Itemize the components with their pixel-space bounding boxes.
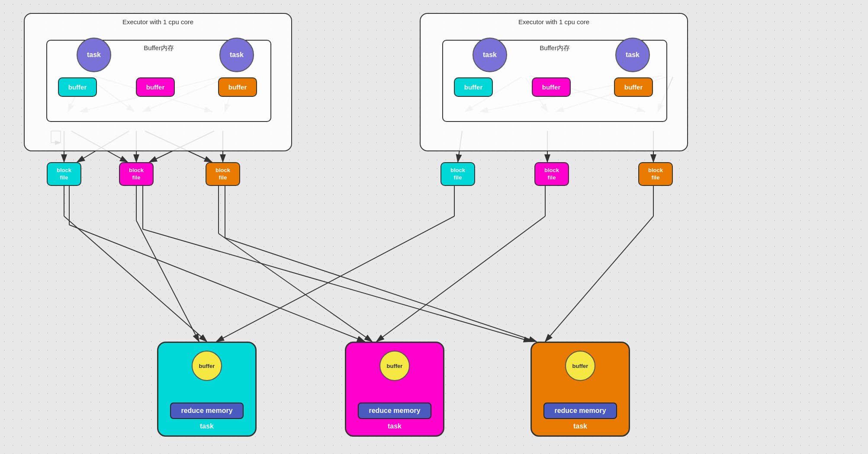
left-blockfile1: blockfile — [47, 162, 81, 186]
left-blockfile3: blockfile — [206, 162, 240, 186]
svg-line-42 — [376, 216, 545, 342]
left-buffer3-label: buffer — [228, 83, 247, 91]
left-buffer2-label: buffer — [146, 83, 165, 91]
bottom-magenta-task-box: buffer reduce memory task — [345, 342, 444, 437]
bottom-magenta-reduce-memory-label: reduce memory — [369, 407, 420, 414]
right-buffer1: buffer — [454, 77, 493, 97]
svg-line-21 — [69, 225, 365, 342]
svg-line-23 — [136, 221, 199, 342]
bottom-cyan-buffer-circle: buffer — [192, 351, 222, 381]
svg-line-40 — [216, 216, 454, 342]
right-buffer3-label: buffer — [624, 83, 643, 91]
right-executor-label: Executor with 1 cpu core — [518, 18, 589, 26]
bottom-magenta-buffer-circle: buffer — [379, 351, 410, 381]
left-blockfile2: blockfile — [119, 162, 154, 186]
right-task2-label: task — [626, 51, 640, 59]
right-blockfile3-label: blockfile — [648, 167, 663, 182]
left-blockfile3-label: blockfile — [215, 167, 230, 182]
right-blockfile3: blockfile — [638, 162, 673, 186]
right-buffer-inner-label: Buffer内存 — [540, 44, 570, 52]
right-executor-box: Executor with 1 cpu core Buffer内存 buffer… — [420, 13, 688, 151]
left-task2-label: task — [230, 51, 244, 59]
left-blockfile1-label: blockfile — [57, 167, 71, 182]
left-task1-label: task — [87, 51, 101, 59]
bottom-cyan-task-label: task — [200, 422, 214, 430]
bottom-orange-buffer-circle: buffer — [565, 351, 595, 381]
bottom-orange-buffer-label: buffer — [572, 363, 588, 369]
left-blockfile2-label: blockfile — [129, 167, 144, 182]
bottom-orange-reduce-memory-label: reduce memory — [554, 407, 606, 414]
left-buffer3: buffer — [218, 77, 257, 97]
bottom-orange-task-box: buffer reduce memory task — [530, 342, 630, 437]
right-task2: task — [615, 38, 650, 72]
svg-line-44 — [545, 216, 653, 342]
bottom-magenta-reduce-memory[interactable]: reduce memory — [358, 403, 431, 419]
left-task2: task — [219, 38, 254, 72]
svg-line-29 — [225, 238, 537, 342]
bottom-orange-task-label: task — [573, 422, 587, 430]
right-task1-label: task — [483, 51, 497, 59]
bottom-cyan-reduce-memory-label: reduce memory — [181, 407, 232, 414]
left-executor-label: Executor with 1 cpu core — [122, 18, 193, 26]
right-blockfile1-label: blockfile — [450, 167, 465, 182]
svg-line-25 — [143, 229, 531, 342]
left-buffer1-label: buffer — [68, 83, 87, 91]
left-buffer-inner-label: Buffer内存 — [144, 44, 174, 52]
bottom-cyan-reduce-memory[interactable]: reduce memory — [170, 403, 244, 419]
left-buffer2: buffer — [136, 77, 175, 97]
bottom-magenta-task-label: task — [388, 422, 402, 430]
svg-line-27 — [219, 233, 372, 342]
right-blockfile1: blockfile — [440, 162, 475, 186]
right-buffer2: buffer — [532, 77, 571, 97]
right-buffer2-label: buffer — [542, 83, 561, 91]
right-task1: task — [473, 38, 507, 72]
right-buffer1-label: buffer — [464, 83, 483, 91]
bottom-cyan-task-box: buffer reduce memory task — [157, 342, 257, 437]
right-buffer3: buffer — [614, 77, 653, 97]
bottom-magenta-buffer-label: buffer — [387, 363, 403, 369]
svg-line-19 — [64, 216, 207, 342]
left-executor-box: Executor with 1 cpu core Buffer内存 buffer… — [24, 13, 292, 151]
right-blockfile2: blockfile — [534, 162, 569, 186]
left-buffer1: buffer — [58, 77, 97, 97]
bottom-orange-reduce-memory[interactable]: reduce memory — [543, 403, 617, 419]
bottom-cyan-buffer-label: buffer — [199, 363, 215, 369]
right-blockfile2-label: blockfile — [544, 167, 559, 182]
left-task1: task — [77, 38, 111, 72]
